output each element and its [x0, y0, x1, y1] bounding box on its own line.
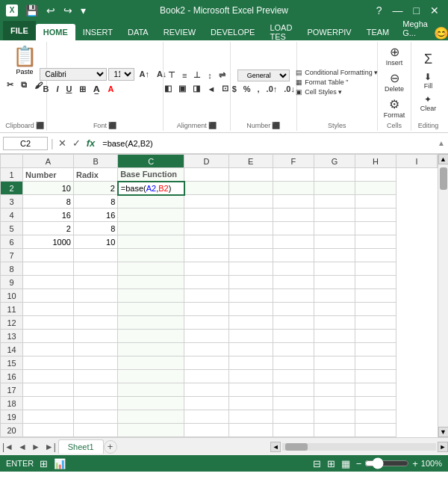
col-header-A[interactable]: A: [23, 155, 74, 168]
scroll-thumb-vertical[interactable]: [440, 167, 447, 190]
hscroll-track[interactable]: [282, 443, 436, 451]
cell-B5[interactable]: 8: [73, 222, 117, 235]
cell-H19[interactable]: [355, 410, 396, 424]
cell-A10[interactable]: [23, 289, 74, 303]
cell-F1[interactable]: [273, 168, 314, 182]
row-header-10[interactable]: 10: [1, 289, 23, 303]
cell-F4[interactable]: [273, 209, 314, 222]
cell-H20[interactable]: [355, 424, 396, 437]
accounting-format-button[interactable]: $: [229, 83, 240, 95]
align-left-button[interactable]: ◧: [161, 82, 175, 95]
cell-reference-box[interactable]: [3, 137, 48, 150]
cell-G12[interactable]: [314, 316, 355, 330]
cell-B1[interactable]: Radix: [73, 168, 117, 182]
row-header-8[interactable]: 8: [1, 262, 23, 276]
sheet-nav-last[interactable]: ►|: [43, 442, 58, 452]
cell-A5[interactable]: 2: [23, 222, 74, 235]
cell-G7[interactable]: [314, 249, 355, 262]
cell-H10[interactable]: [355, 289, 396, 303]
cell-G17[interactable]: [314, 383, 355, 397]
cell-G14[interactable]: [314, 343, 355, 356]
percent-button[interactable]: %: [240, 83, 254, 95]
sheet-nav-next[interactable]: ►: [29, 442, 43, 452]
cell-E1[interactable]: [228, 168, 273, 182]
cell-G13[interactable]: [314, 330, 355, 343]
page-layout-icon[interactable]: ⊟: [313, 458, 321, 469]
font-expand-icon[interactable]: ⬛: [108, 122, 116, 129]
cell-E12[interactable]: [228, 316, 273, 330]
cell-C1[interactable]: Base Function: [118, 168, 184, 182]
cell-B6[interactable]: 10: [73, 235, 117, 249]
add-sheet-button[interactable]: +: [104, 440, 117, 454]
cell-C12[interactable]: [118, 316, 184, 330]
row-header-2[interactable]: 2: [1, 182, 23, 195]
paste-button[interactable]: 📋 Paste: [11, 43, 38, 77]
cell-B10[interactable]: [73, 289, 117, 303]
bold-button[interactable]: B: [40, 83, 52, 95]
cell-D17[interactable]: [184, 383, 228, 397]
status-icon-chart[interactable]: 📊: [54, 458, 66, 469]
fill-color-button[interactable]: A̲: [90, 83, 103, 96]
cell-C2[interactable]: =base(A2,B2): [118, 182, 184, 195]
col-header-I[interactable]: I: [396, 155, 437, 168]
cell-D3[interactable]: [184, 195, 228, 209]
row-header-7[interactable]: 7: [1, 249, 23, 262]
cell-F10[interactable]: [273, 289, 314, 303]
sheet-nav-prev[interactable]: ◄: [16, 442, 29, 452]
cell-H6[interactable]: [355, 235, 396, 249]
tab-file[interactable]: FILE: [3, 21, 36, 40]
cell-A16[interactable]: [23, 370, 74, 383]
cell-G4[interactable]: [314, 209, 355, 222]
align-middle-button[interactable]: ≡: [179, 69, 190, 81]
cell-H16[interactable]: [355, 370, 396, 383]
cell-G1[interactable]: [314, 168, 355, 182]
scroll-up-button[interactable]: ▲: [438, 154, 449, 164]
cell-C17[interactable]: [118, 383, 184, 397]
cell-G15[interactable]: [314, 356, 355, 370]
indent-decrease-button[interactable]: ◄: [204, 82, 218, 95]
cell-G11[interactable]: [314, 303, 355, 316]
cell-B2[interactable]: 2: [73, 182, 117, 195]
cell-B13[interactable]: [73, 330, 117, 343]
cell-E2[interactable]: [228, 182, 273, 195]
font-size-increase-button[interactable]: A↑: [136, 68, 152, 80]
cell-H9[interactable]: [355, 276, 396, 289]
cell-D6[interactable]: [184, 235, 228, 249]
cell-B9[interactable]: [73, 276, 117, 289]
maximize-button[interactable]: □: [411, 3, 423, 18]
cell-B3[interactable]: 8: [73, 195, 117, 209]
cell-styles-button[interactable]: ▣ Cell Styles ▾: [293, 87, 380, 96]
cell-G3[interactable]: [314, 195, 355, 209]
cell-E15[interactable]: [228, 356, 273, 370]
cell-H1[interactable]: [355, 168, 396, 182]
underline-button[interactable]: U: [63, 83, 75, 95]
cell-H11[interactable]: [355, 303, 396, 316]
cell-H14[interactable]: [355, 343, 396, 356]
cell-A1[interactable]: Number: [23, 168, 74, 182]
tab-review[interactable]: REVIEW: [156, 24, 203, 40]
cell-F5[interactable]: [273, 222, 314, 235]
tab-insert[interactable]: INSERT: [75, 24, 120, 40]
fill-button[interactable]: ⬇ Fill: [421, 70, 436, 91]
cell-C16[interactable]: [118, 370, 184, 383]
cell-C5[interactable]: [118, 222, 184, 235]
redo-button[interactable]: ↪: [60, 3, 75, 18]
delete-cells-button[interactable]: ⊖ Delete: [382, 70, 407, 94]
cell-H13[interactable]: [355, 330, 396, 343]
col-header-E[interactable]: E: [228, 155, 273, 168]
row-header-4[interactable]: 4: [1, 209, 23, 222]
vertical-scrollbar[interactable]: ▲ ▼: [438, 154, 448, 437]
alignment-expand-icon[interactable]: ⬛: [208, 122, 217, 129]
cell-G5[interactable]: [314, 222, 355, 235]
row-header-16[interactable]: 16: [1, 370, 23, 383]
decimal-increase-button[interactable]: .0↑: [264, 83, 281, 95]
cell-H18[interactable]: [355, 397, 396, 410]
cell-E5[interactable]: [228, 222, 273, 235]
cell-G16[interactable]: [314, 370, 355, 383]
user-account[interactable]: Megha G...: [396, 16, 434, 40]
cell-E4[interactable]: [228, 209, 273, 222]
tab-team[interactable]: TEAM: [359, 24, 397, 40]
cell-A18[interactable]: [23, 397, 74, 410]
cell-B18[interactable]: [73, 397, 117, 410]
comma-button[interactable]: ,: [255, 83, 263, 95]
